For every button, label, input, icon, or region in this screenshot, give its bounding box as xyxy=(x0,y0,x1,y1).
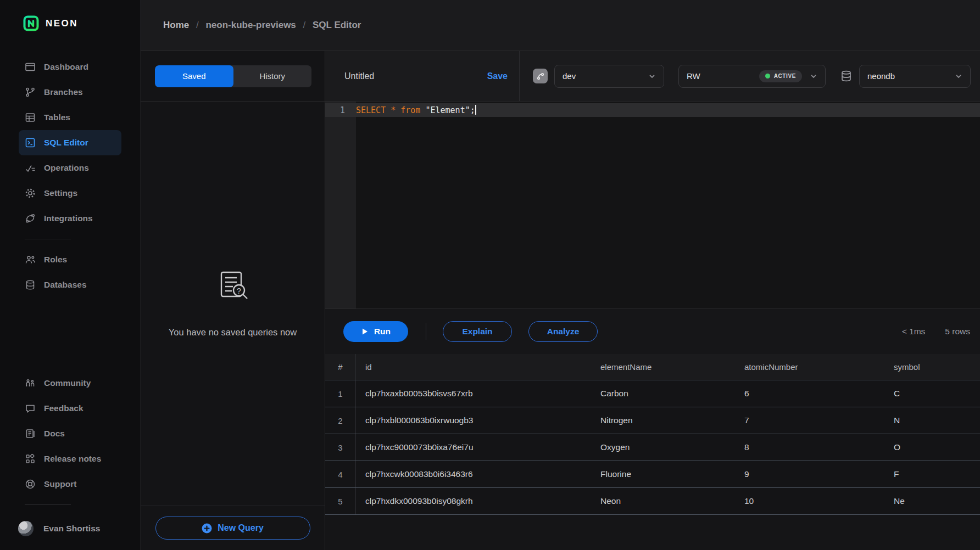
table-row[interactable]: 4 clp7hxcwk00083b0i6i3463r6 Fluorine 9 F xyxy=(325,461,980,488)
new-query-button[interactable]: New Query xyxy=(155,517,310,540)
connection-controls: dev RW ACTIVE xyxy=(520,51,980,101)
sidebar-divider xyxy=(25,239,71,239)
docs-icon xyxy=(25,428,36,439)
column-header-elementName: elementName xyxy=(591,362,735,372)
sidebar-item-branches[interactable]: Branches xyxy=(19,80,121,105)
release-notes-icon xyxy=(25,453,36,464)
editor-gutter xyxy=(325,102,356,308)
table-row[interactable]: 3 clp7hxc9000073b0ixa76ei7u Oxygen 8 O xyxy=(325,434,980,461)
plus-icon xyxy=(202,523,212,534)
database-select[interactable]: neondb xyxy=(859,65,971,88)
status-badge: ACTIVE xyxy=(759,70,802,82)
column-header-index: # xyxy=(325,354,356,380)
database-icon xyxy=(840,70,853,82)
feedback-icon xyxy=(25,403,36,414)
operations-icon xyxy=(25,162,36,173)
status-label: ACTIVE xyxy=(774,73,796,79)
app-window: NEON Dashboard Branches Tables SQL Edito… xyxy=(0,0,980,550)
cell-id: clp7hxdkx00093b0isy08gkrh xyxy=(356,496,591,506)
cell-id: clp7hxc9000073b0ixa76ei7u xyxy=(356,442,591,452)
column-header-atomicNumber: atomicNumber xyxy=(735,362,884,372)
support-icon xyxy=(25,479,36,490)
empty-queries-message: You have no saved queries now xyxy=(169,327,297,338)
sidebar-item-label: Support xyxy=(44,479,76,489)
breadcrumb-page: SQL Editor xyxy=(313,20,361,30)
sidebar-item-sql-editor[interactable]: SQL Editor xyxy=(19,130,121,155)
breadcrumb-project[interactable]: neon-kube-previews xyxy=(205,20,296,30)
cell-elementName: Neon xyxy=(591,496,735,506)
breadcrumb-separator: / xyxy=(196,20,199,30)
table-row[interactable]: 5 clp7hxdkx00093b0isy08gkrh Neon 10 Ne xyxy=(325,488,980,515)
sidebar-item-label: Release notes xyxy=(44,454,101,464)
row-index: 1 xyxy=(325,380,356,407)
sidebar-item-dashboard[interactable]: Dashboard xyxy=(19,54,121,80)
column-header-id: id xyxy=(356,362,591,372)
cell-id: clp7hxaxb00053b0isvs67xrb xyxy=(356,389,591,399)
sidebar-item-integrations[interactable]: Integrations xyxy=(19,206,121,231)
results-header-row: # id elementName atomicNumber symbol xyxy=(325,354,980,380)
chevron-down-icon xyxy=(648,72,656,80)
compute-select[interactable]: RW ACTIVE xyxy=(678,65,826,88)
analyze-button[interactable]: Analyze xyxy=(528,321,598,342)
sidebar-item-label: Databases xyxy=(44,280,87,290)
sidebar-item-label: Operations xyxy=(44,163,89,173)
saved-history-toggle: Saved History xyxy=(155,65,311,87)
table-row[interactable]: 1 clp7hxaxb00053b0isvs67xrb Carbon 6 C xyxy=(325,380,980,407)
sidebar-item-feedback[interactable]: Feedback xyxy=(19,396,121,421)
sidebar-item-docs[interactable]: Docs xyxy=(19,421,121,446)
editor-current-line: 1 SELECT * from "Element"; xyxy=(325,103,980,117)
user-menu[interactable]: Evan Shortiss xyxy=(0,513,140,545)
tab-saved[interactable]: Saved xyxy=(155,65,233,87)
run-button[interactable]: Run xyxy=(343,321,408,342)
breadcrumb-home[interactable]: Home xyxy=(163,20,189,30)
line-number: 1 xyxy=(325,105,356,115)
sidebar-item-label: SQL Editor xyxy=(44,138,88,148)
saved-queries-empty-state: ? You have no saved queries now xyxy=(141,102,325,506)
tab-history[interactable]: History xyxy=(233,65,312,87)
cell-symbol: Ne xyxy=(884,496,980,506)
sidebar-item-label: Tables xyxy=(44,113,70,122)
save-button[interactable]: Save xyxy=(487,71,508,81)
row-index: 5 xyxy=(325,488,356,514)
explain-button[interactable]: Explain xyxy=(443,321,512,342)
chevron-down-icon xyxy=(810,72,817,80)
sidebar-item-label: Roles xyxy=(44,255,67,265)
sidebar-item-label: Settings xyxy=(44,188,77,198)
neon-logo[interactable]: NEON xyxy=(0,15,140,31)
integrations-icon xyxy=(25,213,36,224)
sidebar-item-settings[interactable]: Settings xyxy=(19,181,121,206)
sidebar-item-tables[interactable]: Tables xyxy=(19,105,121,130)
sql-code-editor[interactable]: 1 SELECT * from "Element"; xyxy=(325,102,980,309)
new-query-section: New Query xyxy=(141,506,325,550)
breadcrumb-separator: / xyxy=(303,20,306,30)
database-select-value: neondb xyxy=(867,71,895,81)
query-header: Untitled Save dev RW xyxy=(325,51,980,102)
sidebar-item-operations[interactable]: Operations xyxy=(19,155,121,181)
branch-select[interactable]: dev xyxy=(554,65,664,88)
run-label: Run xyxy=(374,327,391,336)
text-cursor xyxy=(475,105,476,115)
brand-name: NEON xyxy=(46,18,78,29)
sidebar-item-databases[interactable]: Databases xyxy=(19,272,121,298)
sidebar-footer-nav: Community Feedback Docs Release notes Su… xyxy=(0,371,140,513)
user-name: Evan Shortiss xyxy=(43,524,100,534)
query-title[interactable]: Untitled xyxy=(344,71,374,81)
sidebar-item-support[interactable]: Support xyxy=(19,472,121,497)
cell-id: clp7hxcwk00083b0i6i3463r6 xyxy=(356,469,591,479)
sidebar-item-roles[interactable]: Roles xyxy=(19,247,121,272)
sidebar-item-label: Dashboard xyxy=(44,62,88,72)
sidebar-nav: Dashboard Branches Tables SQL Editor Ope… xyxy=(0,54,140,298)
query-actions-row: Run Explain Analyze < 1ms 5 rows xyxy=(325,309,980,354)
sidebar-item-community[interactable]: Community xyxy=(19,371,121,396)
cell-symbol: N xyxy=(884,416,980,425)
topbar: Home / neon-kube-previews / SQL Editor xyxy=(141,0,980,51)
cell-elementName: Oxygen xyxy=(591,442,735,452)
cell-atomicNumber: 10 xyxy=(735,496,884,506)
main-area: Home / neon-kube-previews / SQL Editor S… xyxy=(141,0,980,550)
sql-string: "Element"; xyxy=(425,105,475,115)
table-row[interactable]: 2 clp7hxbl000063b0ixrwuogb3 Nitrogen 7 N xyxy=(325,407,980,434)
sql-editor-icon xyxy=(25,137,36,148)
sidebar-item-release-notes[interactable]: Release notes xyxy=(19,446,121,472)
play-icon xyxy=(361,328,369,335)
sidebar-item-label: Docs xyxy=(44,429,65,439)
